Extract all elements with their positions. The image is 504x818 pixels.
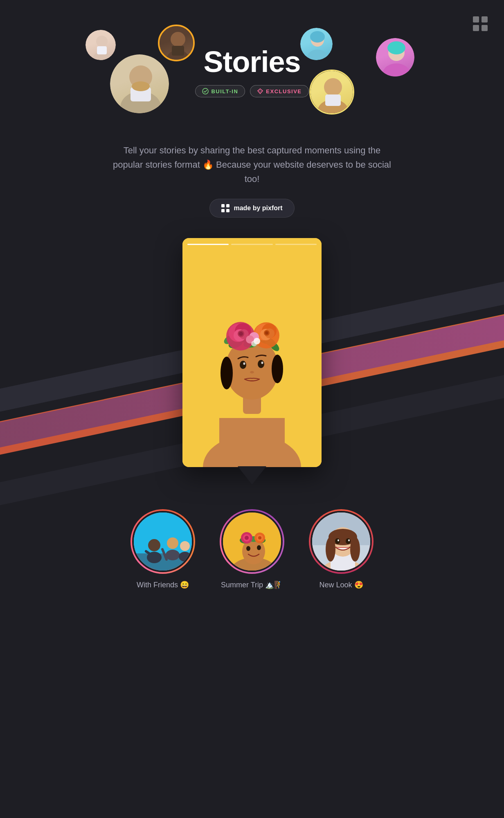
svg-point-36 (258, 360, 264, 368)
svg-rect-29 (226, 209, 230, 212)
diamond-icon (257, 88, 263, 94)
svg-point-37 (243, 362, 245, 365)
exclusive-label: EXCLUSIVE (266, 88, 302, 94)
page-content: Stories BUILT-IN (0, 0, 504, 606)
progress-bar-2 (231, 244, 272, 245)
progress-bar-1 (187, 244, 229, 245)
svg-rect-28 (221, 209, 225, 212)
svg-point-7 (171, 32, 185, 47)
svg-point-35 (240, 361, 246, 369)
svg-point-103 (335, 538, 340, 544)
svg-point-106 (348, 539, 350, 541)
svg-point-83 (246, 546, 250, 551)
svg-point-13 (132, 81, 150, 91)
bubble-label-summer-trip: Summer Trip 🏔️🧗 (221, 580, 283, 589)
svg-point-76 (179, 552, 191, 562)
svg-point-66 (220, 357, 233, 389)
svg-point-93 (258, 536, 261, 539)
svg-point-15 (310, 31, 325, 43)
svg-point-23 (202, 88, 208, 94)
svg-rect-6 (97, 46, 107, 54)
ring-with-friends (130, 509, 195, 574)
pixfort-cta-button[interactable]: made by pixfort (209, 199, 294, 218)
story-bubble-summer-trip[interactable]: Summer Trip 🏔️🧗 (220, 509, 284, 589)
svg-point-71 (148, 539, 160, 551)
svg-point-54 (239, 332, 243, 336)
header-section: Stories BUILT-IN (76, 0, 428, 135)
story-bubbles-section: With Friends 😄 (0, 509, 504, 589)
svg-point-101 (326, 537, 335, 562)
title-area: Stories BUILT-IN (170, 45, 334, 97)
bubble-inner-with-friends (132, 511, 194, 572)
svg-point-90 (245, 536, 249, 540)
bubble-label-new-look: New Look 😍 (319, 580, 363, 589)
description-text: Tell your stories by sharing the best ca… (109, 143, 395, 187)
svg-rect-26 (221, 204, 225, 207)
story-pointer (238, 466, 266, 485)
badge-builtin: BUILT-IN (195, 85, 245, 97)
story-bubble-with-friends[interactable]: With Friends 😄 (130, 509, 195, 589)
avatar-1 (84, 29, 117, 61)
svg-point-75 (180, 541, 190, 551)
pixfort-cta-label: made by pixfort (234, 204, 282, 212)
story-progress-bars (187, 244, 317, 245)
svg-marker-25 (258, 89, 263, 94)
svg-point-22 (382, 63, 410, 76)
ring-summer-trip (220, 509, 284, 574)
avatar-3 (109, 53, 170, 115)
svg-point-102 (350, 537, 360, 562)
description-section: Tell your stories by sharing the best ca… (101, 143, 403, 187)
svg-point-73 (167, 537, 178, 549)
story-image (182, 238, 322, 467)
bubble-inner-new-look (310, 511, 372, 572)
bubble-label-with-friends: With Friends 😄 (137, 580, 189, 589)
svg-point-67 (272, 355, 283, 383)
builtin-label: BUILT-IN (211, 88, 238, 94)
svg-point-38 (261, 362, 263, 364)
svg-point-65 (251, 341, 257, 346)
svg-rect-32 (219, 418, 285, 467)
pixfort-logo-icon (221, 204, 230, 212)
badges-row: BUILT-IN EXCLUSIVE (170, 85, 334, 97)
svg-point-74 (166, 550, 180, 560)
svg-point-21 (387, 41, 405, 54)
badge-exclusive: EXCLUSIVE (250, 85, 308, 97)
bubble-inner-summer-trip (221, 511, 283, 572)
ring-new-look (309, 509, 374, 574)
story-pointer-wrapper (238, 466, 266, 485)
svg-point-104 (346, 538, 351, 544)
progress-bar-3 (275, 244, 317, 245)
svg-point-39 (250, 371, 254, 373)
checkmark-circle-icon (202, 88, 209, 94)
story-bubble-new-look[interactable]: New Look 😍 (309, 509, 374, 589)
avatar-6 (375, 37, 416, 78)
story-viewer[interactable] (182, 238, 322, 467)
svg-point-105 (338, 539, 339, 541)
page-title: Stories (170, 45, 334, 79)
svg-point-61 (265, 331, 268, 335)
svg-point-84 (257, 545, 261, 550)
floating-avatars: Stories BUILT-IN (76, 20, 428, 127)
svg-rect-27 (226, 204, 230, 207)
svg-point-4 (96, 36, 108, 47)
